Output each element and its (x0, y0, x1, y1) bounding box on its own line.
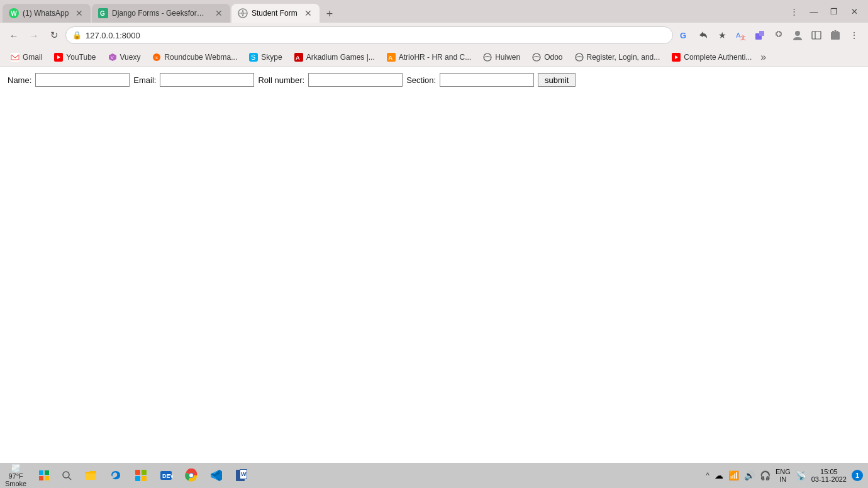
bookmark-youtube-label: YouTube (66, 53, 96, 62)
bookmark-gmail[interactable]: Gmail (5, 51, 47, 64)
weather-icon: 🌫️ (11, 464, 20, 472)
headset-icon[interactable]: 🎧 (760, 470, 771, 480)
bookmark-complete-auth[interactable]: Complete Authenti... (666, 51, 757, 64)
student-form: Name: Email: Roll number: Section: submi… (8, 73, 860, 87)
extension-button[interactable] (751, 26, 769, 44)
url-text: 127.0.0.1:8000 (86, 31, 666, 40)
tab-whatsapp-title: (1) WhatsApp (23, 9, 70, 18)
wifi-icon[interactable]: 📡 (796, 470, 806, 480)
window-controls: ⋮ — ❐ ✕ (785, 3, 865, 20)
bookmark-button[interactable]: ★ (713, 26, 731, 44)
svg-text:文: 文 (740, 35, 746, 41)
taskbar: 🌫️ 97°F Smoke (0, 463, 868, 488)
lock-icon: 🔒 (72, 31, 82, 40)
tray-overflow-button[interactable]: ^ (706, 471, 709, 480)
share-button[interactable] (694, 26, 712, 44)
minimize-button[interactable]: — (805, 3, 823, 20)
search-button[interactable] (57, 465, 77, 485)
taskbar-chrome[interactable] (180, 464, 203, 487)
bookmark-atriohr[interactable]: A AtrioHR - HR and C... (381, 51, 476, 64)
language-indicator[interactable]: ENG IN (776, 468, 791, 483)
email-label: Email: (133, 75, 156, 85)
svg-rect-40 (135, 470, 140, 475)
svg-text:rc: rc (155, 55, 159, 60)
time-display: 15:05 (820, 468, 838, 475)
user-icon[interactable] (826, 26, 844, 44)
extensions-button[interactable] (770, 26, 787, 44)
tab-whatsapp[interactable]: W (1) WhatsApp ✕ (3, 4, 91, 23)
notification-badge[interactable]: 1 (852, 470, 863, 481)
bookmark-roundcube[interactable]: rc Roundcube Webma... (147, 51, 242, 64)
skype-icon: S (248, 52, 259, 62)
svg-rect-16 (11, 53, 19, 62)
title-bar: W (1) WhatsApp ✕ G Django Forms - Geeksf… (0, 0, 868, 23)
svg-rect-10 (812, 31, 821, 39)
tab-student-form[interactable]: Student Form ✕ (231, 4, 320, 23)
page-content: Name: Email: Roll number: Section: submi… (0, 67, 868, 463)
section-input[interactable] (440, 73, 534, 87)
django-favicon: G (98, 8, 108, 18)
tab-student-form-close[interactable]: ✕ (303, 8, 313, 18)
taskbar-store[interactable] (130, 464, 152, 487)
arkadium-icon: A (294, 52, 304, 62)
bookmark-arkadium[interactable]: A Arkadium Games |... (289, 51, 380, 64)
weather-widget[interactable]: 🌫️ 97°F Smoke (5, 464, 26, 487)
menu-button[interactable]: ⋮ (845, 26, 863, 44)
roll-input[interactable] (308, 73, 403, 87)
svg-point-48 (189, 474, 193, 477)
student-form-favicon (238, 8, 248, 18)
taskbar-edge[interactable] (104, 464, 127, 487)
bookmark-skype[interactable]: S Skype (243, 51, 287, 64)
svg-text:A: A (296, 55, 300, 61)
clock-widget[interactable]: 15:05 03-11-2022 (811, 468, 847, 483)
roll-label: Roll number: (258, 75, 304, 85)
bookmark-vuexy-label: Vuexy (120, 53, 141, 62)
tab-django[interactable]: G Django Forms - GeeksforGeeks ✕ (92, 4, 230, 23)
taskbar-vscode[interactable] (205, 464, 228, 487)
translate-button[interactable]: A文 (732, 26, 750, 44)
submit-button[interactable]: submit (538, 73, 576, 87)
maximize-button[interactable]: ❐ (825, 3, 843, 20)
taskbar-file-explorer[interactable] (79, 464, 102, 487)
name-input[interactable] (35, 73, 130, 87)
start-button[interactable] (34, 465, 54, 485)
network-icon[interactable]: 📶 (728, 470, 739, 480)
bookmark-register[interactable]: Register, Login, and... (569, 51, 665, 64)
gmail-icon (10, 52, 20, 62)
roundcube-icon: rc (152, 52, 162, 62)
taskbar-dev-app[interactable]: DEV (155, 464, 177, 487)
back-button[interactable]: ← (5, 26, 23, 44)
reload-button[interactable]: ↻ (45, 26, 63, 44)
onedrive-icon[interactable]: ☁ (715, 470, 723, 480)
svg-text:DEV: DEV (162, 473, 173, 479)
bookmark-youtube[interactable]: YouTube (48, 51, 101, 64)
svg-text:G: G (100, 10, 105, 17)
svg-rect-13 (832, 31, 834, 33)
bookmark-huiwen[interactable]: Huiwen (477, 51, 525, 64)
bookmark-complete-auth-label: Complete Authenti... (684, 53, 752, 62)
forward-button[interactable]: → (25, 26, 43, 44)
bookmark-skype-label: Skype (261, 53, 282, 62)
email-input[interactable] (160, 73, 254, 87)
bookmark-register-label: Register, Login, and... (587, 53, 660, 62)
url-bar[interactable]: 🔒 127.0.0.1:8000 (65, 26, 673, 44)
section-label: Section: (406, 75, 436, 85)
bookmark-odoo[interactable]: Odoo (526, 51, 567, 64)
volume-icon[interactable]: 🔊 (744, 470, 755, 480)
bookmark-odoo-label: Odoo (544, 53, 562, 62)
weather-temp: 97°F (8, 472, 23, 480)
taskbar-word[interactable]: W (230, 464, 253, 487)
sidebar-button[interactable] (808, 26, 825, 44)
google-button[interactable]: G (676, 26, 693, 44)
name-label: Name: (8, 75, 31, 85)
profile-button[interactable] (789, 26, 806, 44)
bookmarks-more[interactable]: » (758, 52, 769, 63)
tab-list-button[interactable]: ⋮ (785, 3, 803, 20)
tab-django-close[interactable]: ✕ (214, 8, 224, 18)
address-bar: ← → ↻ 🔒 127.0.0.1:8000 G ★ A文 (0, 23, 868, 48)
bookmark-vuexy[interactable]: V Vuexy (103, 51, 146, 64)
close-button[interactable]: ✕ (845, 3, 863, 20)
whatsapp-favicon: W (9, 8, 19, 18)
new-tab-button[interactable]: + (321, 5, 338, 23)
tab-whatsapp-close[interactable]: ✕ (74, 8, 84, 18)
